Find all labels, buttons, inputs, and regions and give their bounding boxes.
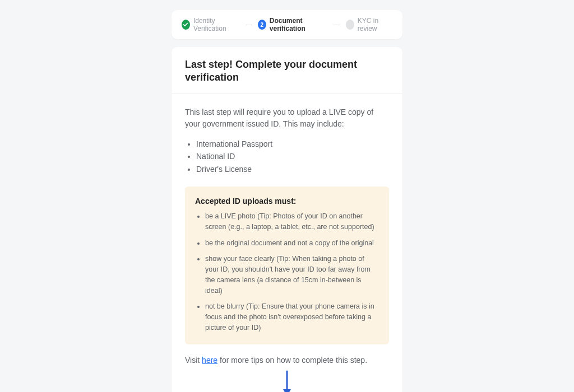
visit-prefix: Visit [185,356,202,365]
check-icon [182,20,190,30]
card-header: Last step! Complete your document verifi… [172,47,402,94]
step-kyc: KYC in review [346,17,392,32]
info-list: be a LIVE photo (Tip: Photos of your ID … [195,211,379,333]
list-item: be a LIVE photo (Tip: Photos of your ID … [205,211,379,232]
page-title: Last step! Complete your document verifi… [185,58,389,83]
step-number-icon: 2 [258,20,266,30]
visit-suffix: for more tips on how to complete this st… [217,356,367,365]
arrow-down-icon [281,370,293,392]
visit-text: Visit here for more tips on how to compl… [185,356,389,365]
visit-link[interactable]: here [202,356,217,365]
step-separator [334,25,340,25]
verification-card: Last step! Complete your document verifi… [172,47,402,392]
arrow-indicator [185,365,389,392]
info-title: Accepted ID uploads must: [195,197,379,206]
step-kyc-label: KYC in review [358,17,392,32]
list-item: Driver's License [196,163,389,175]
list-item: not be blurry (Tip: Ensure that your pho… [205,301,379,333]
step-document-label: Document verification [270,17,328,32]
step-identity-label: Identity Verification [193,17,240,32]
step-document: 2 Document verification [258,17,328,32]
step-separator [246,25,252,25]
intro-text: This last step will require you to uploa… [185,106,389,130]
list-item: National ID [196,150,389,162]
main-container: Identity Verification 2 Document verific… [172,10,402,392]
list-item: show your face clearly (Tip: When taking… [205,254,379,296]
stepper: Identity Verification 2 Document verific… [172,10,402,39]
id-types-list: International Passport National ID Drive… [185,138,389,175]
list-item: be the original document and not a copy … [205,238,379,249]
step-identity: Identity Verification [182,17,240,32]
card-body: This last step will require you to uploa… [172,94,402,392]
pending-icon [346,20,354,30]
info-box: Accepted ID uploads must: be a LIVE phot… [185,186,389,344]
list-item: International Passport [196,138,389,150]
